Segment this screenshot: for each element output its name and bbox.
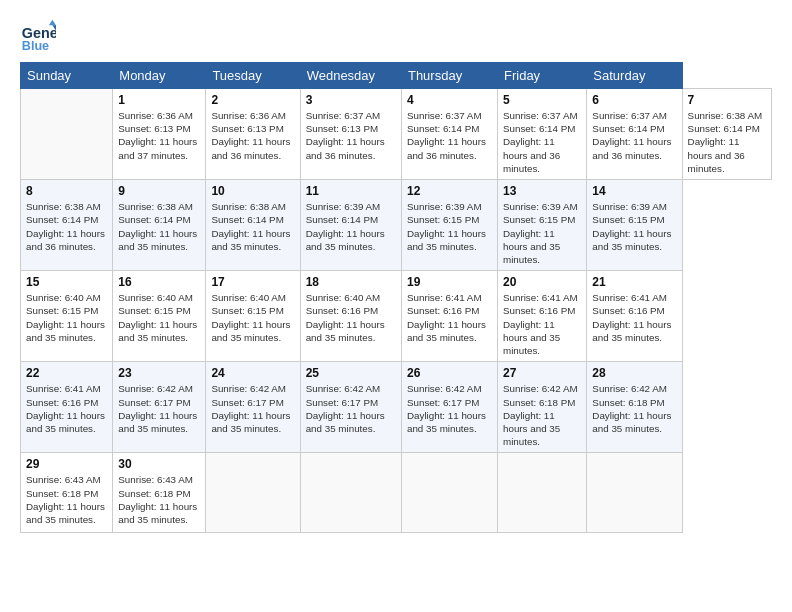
day-info: Sunrise: 6:40 AMSunset: 6:15 PMDaylight:… [26,292,105,343]
day-number: 20 [503,275,581,289]
day-number: 21 [592,275,676,289]
day-info: Sunrise: 6:37 AMSunset: 6:14 PMDaylight:… [503,110,578,174]
calendar-day-cell: 28 Sunrise: 6:42 AMSunset: 6:18 PMDaylig… [587,362,682,453]
day-info: Sunrise: 6:36 AMSunset: 6:13 PMDaylight:… [118,110,197,161]
day-number: 13 [503,184,581,198]
day-info: Sunrise: 6:41 AMSunset: 6:16 PMDaylight:… [407,292,486,343]
day-info: Sunrise: 6:37 AMSunset: 6:13 PMDaylight:… [306,110,385,161]
day-info: Sunrise: 6:42 AMSunset: 6:18 PMDaylight:… [503,383,578,447]
day-number: 17 [211,275,294,289]
calendar-day-header: Saturday [587,63,682,89]
day-number: 15 [26,275,107,289]
calendar-day-cell: 19 Sunrise: 6:41 AMSunset: 6:16 PMDaylig… [401,271,497,362]
svg-text:General: General [22,25,56,41]
day-number: 18 [306,275,396,289]
calendar-day-cell: 16 Sunrise: 6:40 AMSunset: 6:15 PMDaylig… [113,271,206,362]
page-container: General Blue SundayMondayTuesdayWednesda… [0,0,792,543]
day-number: 11 [306,184,396,198]
day-number: 12 [407,184,492,198]
calendar-day-header: Thursday [401,63,497,89]
day-info: Sunrise: 6:39 AMSunset: 6:15 PMDaylight:… [592,201,671,252]
day-info: Sunrise: 6:43 AMSunset: 6:18 PMDaylight:… [118,474,197,525]
day-number: 27 [503,366,581,380]
day-number: 2 [211,93,294,107]
calendar-day-cell: 14 Sunrise: 6:39 AMSunset: 6:15 PMDaylig… [587,180,682,271]
calendar-day-cell: 1 Sunrise: 6:36 AMSunset: 6:13 PMDayligh… [113,89,206,180]
calendar-day-cell: 29 Sunrise: 6:43 AMSunset: 6:18 PMDaylig… [21,453,113,533]
day-number: 7 [688,93,766,107]
calendar-day-cell: 5 Sunrise: 6:37 AMSunset: 6:14 PMDayligh… [498,89,587,180]
day-info: Sunrise: 6:42 AMSunset: 6:17 PMDaylight:… [211,383,290,434]
calendar-day-cell [587,453,682,533]
day-number: 23 [118,366,200,380]
calendar-day-cell: 21 Sunrise: 6:41 AMSunset: 6:16 PMDaylig… [587,271,682,362]
calendar-day-cell: 24 Sunrise: 6:42 AMSunset: 6:17 PMDaylig… [206,362,300,453]
day-number: 5 [503,93,581,107]
calendar-day-cell: 13 Sunrise: 6:39 AMSunset: 6:15 PMDaylig… [498,180,587,271]
calendar-day-cell: 18 Sunrise: 6:40 AMSunset: 6:16 PMDaylig… [300,271,401,362]
calendar-day-cell: 2 Sunrise: 6:36 AMSunset: 6:13 PMDayligh… [206,89,300,180]
calendar-day-cell: 23 Sunrise: 6:42 AMSunset: 6:17 PMDaylig… [113,362,206,453]
calendar-day-cell: 30 Sunrise: 6:43 AMSunset: 6:18 PMDaylig… [113,453,206,533]
day-info: Sunrise: 6:42 AMSunset: 6:18 PMDaylight:… [592,383,671,434]
day-info: Sunrise: 6:42 AMSunset: 6:17 PMDaylight:… [306,383,385,434]
day-info: Sunrise: 6:38 AMSunset: 6:14 PMDaylight:… [211,201,290,252]
calendar-table: SundayMondayTuesdayWednesdayThursdayFrid… [20,62,772,533]
day-info: Sunrise: 6:41 AMSunset: 6:16 PMDaylight:… [503,292,578,356]
calendar-day-cell: 26 Sunrise: 6:42 AMSunset: 6:17 PMDaylig… [401,362,497,453]
day-number: 22 [26,366,107,380]
calendar-day-cell: 27 Sunrise: 6:42 AMSunset: 6:18 PMDaylig… [498,362,587,453]
calendar-day-cell: 15 Sunrise: 6:40 AMSunset: 6:15 PMDaylig… [21,271,113,362]
day-number: 16 [118,275,200,289]
calendar-day-header: Monday [113,63,206,89]
day-info: Sunrise: 6:39 AMSunset: 6:15 PMDaylight:… [503,201,578,265]
day-number: 8 [26,184,107,198]
calendar-day-cell: 4 Sunrise: 6:37 AMSunset: 6:14 PMDayligh… [401,89,497,180]
day-number: 28 [592,366,676,380]
calendar-day-cell [206,453,300,533]
calendar-day-cell [498,453,587,533]
day-number: 1 [118,93,200,107]
calendar-week-row: 15 Sunrise: 6:40 AMSunset: 6:15 PMDaylig… [21,271,772,362]
calendar-day-cell: 7 Sunrise: 6:38 AMSunset: 6:14 PMDayligh… [682,89,771,180]
calendar-week-row: 22 Sunrise: 6:41 AMSunset: 6:16 PMDaylig… [21,362,772,453]
calendar-day-cell: 6 Sunrise: 6:37 AMSunset: 6:14 PMDayligh… [587,89,682,180]
day-info: Sunrise: 6:41 AMSunset: 6:16 PMDaylight:… [26,383,105,434]
day-number: 3 [306,93,396,107]
calendar-week-row: 29 Sunrise: 6:43 AMSunset: 6:18 PMDaylig… [21,453,772,533]
day-number: 29 [26,457,107,471]
calendar-day-cell: 12 Sunrise: 6:39 AMSunset: 6:15 PMDaylig… [401,180,497,271]
day-info: Sunrise: 6:37 AMSunset: 6:14 PMDaylight:… [407,110,486,161]
day-number: 24 [211,366,294,380]
calendar-week-row: 1 Sunrise: 6:36 AMSunset: 6:13 PMDayligh… [21,89,772,180]
calendar-day-header: Tuesday [206,63,300,89]
calendar-day-cell: 8 Sunrise: 6:38 AMSunset: 6:14 PMDayligh… [21,180,113,271]
calendar-week-row: 8 Sunrise: 6:38 AMSunset: 6:14 PMDayligh… [21,180,772,271]
calendar-day-cell: 11 Sunrise: 6:39 AMSunset: 6:14 PMDaylig… [300,180,401,271]
day-number: 4 [407,93,492,107]
calendar-day-cell [300,453,401,533]
day-info: Sunrise: 6:41 AMSunset: 6:16 PMDaylight:… [592,292,671,343]
day-info: Sunrise: 6:39 AMSunset: 6:14 PMDaylight:… [306,201,385,252]
calendar-day-cell: 17 Sunrise: 6:40 AMSunset: 6:15 PMDaylig… [206,271,300,362]
day-info: Sunrise: 6:40 AMSunset: 6:15 PMDaylight:… [118,292,197,343]
calendar-day-header: Friday [498,63,587,89]
day-info: Sunrise: 6:38 AMSunset: 6:14 PMDaylight:… [26,201,105,252]
calendar-day-cell: 22 Sunrise: 6:41 AMSunset: 6:16 PMDaylig… [21,362,113,453]
day-info: Sunrise: 6:40 AMSunset: 6:16 PMDaylight:… [306,292,385,343]
calendar-day-header: Sunday [21,63,113,89]
day-number: 19 [407,275,492,289]
day-info: Sunrise: 6:38 AMSunset: 6:14 PMDaylight:… [688,110,763,174]
header: General Blue [20,18,772,54]
calendar-day-header: Wednesday [300,63,401,89]
day-number: 30 [118,457,200,471]
calendar-header-row: SundayMondayTuesdayWednesdayThursdayFrid… [21,63,772,89]
day-number: 6 [592,93,676,107]
calendar-day-cell: 9 Sunrise: 6:38 AMSunset: 6:14 PMDayligh… [113,180,206,271]
svg-text:Blue: Blue [22,39,49,53]
day-number: 14 [592,184,676,198]
calendar-day-cell: 20 Sunrise: 6:41 AMSunset: 6:16 PMDaylig… [498,271,587,362]
calendar-day-cell: 3 Sunrise: 6:37 AMSunset: 6:13 PMDayligh… [300,89,401,180]
day-number: 25 [306,366,396,380]
calendar-day-cell: 25 Sunrise: 6:42 AMSunset: 6:17 PMDaylig… [300,362,401,453]
